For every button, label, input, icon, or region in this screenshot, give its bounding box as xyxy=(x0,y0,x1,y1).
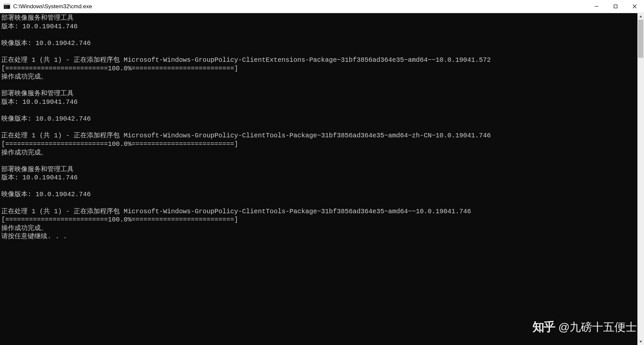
terminal-line xyxy=(1,123,636,132)
terminal-line: 映像版本: 10.0.19042.746 xyxy=(1,115,636,123)
app-icon: C:\ xyxy=(3,3,11,10)
window-title: C:\Windows\System32\cmd.exe xyxy=(13,3,587,10)
terminal-line xyxy=(1,31,636,39)
terminal-line: 部署映像服务和管理工具 xyxy=(1,89,636,98)
terminal-line: [==========================100.0%=======… xyxy=(1,216,636,224)
scrollbar-track[interactable] xyxy=(637,20,644,338)
window-controls xyxy=(587,0,644,13)
svg-marker-8 xyxy=(639,341,642,343)
terminal-line: [==========================100.0%=======… xyxy=(1,140,636,149)
terminal-line xyxy=(1,47,636,56)
terminal-line: 映像版本: 10.0.19042.746 xyxy=(1,39,636,48)
svg-marker-7 xyxy=(639,15,642,17)
terminal-line: 正在处理 1 (共 1) - 正在添加程序包 Microsoft-Windows… xyxy=(1,207,636,216)
terminal-line: 正在处理 1 (共 1) - 正在添加程序包 Microsoft-Windows… xyxy=(1,131,636,140)
terminal-line xyxy=(1,81,636,90)
terminal-line xyxy=(1,182,636,191)
scroll-down-button[interactable] xyxy=(637,338,644,345)
terminal-line: 版本: 10.0.19041.746 xyxy=(1,173,636,182)
terminal-line: 请按任意键继续. . . xyxy=(1,232,636,241)
terminal-line xyxy=(1,157,636,165)
terminal-line: 部署映像服务和管理工具 xyxy=(1,165,636,174)
terminal-line: 映像版本: 10.0.19042.746 xyxy=(1,190,636,199)
scroll-up-button[interactable] xyxy=(637,13,644,20)
terminal-line xyxy=(1,199,636,207)
terminal-line: 操作成功完成。 xyxy=(1,149,636,157)
client-area: 部署映像服务和管理工具版本: 10.0.19041.746映像版本: 10.0.… xyxy=(0,13,644,345)
svg-text:C:\: C:\ xyxy=(5,5,9,8)
terminal-line: [==========================100.0%=======… xyxy=(1,64,636,73)
scrollbar-thumb[interactable] xyxy=(638,20,643,58)
maximize-button[interactable] xyxy=(606,0,625,13)
terminal-line: 操作成功完成。 xyxy=(1,224,636,233)
vertical-scrollbar[interactable] xyxy=(637,13,644,345)
terminal-line: 操作成功完成。 xyxy=(1,73,636,81)
terminal-line: 版本: 10.0.19041.746 xyxy=(1,22,636,31)
terminal-line: 版本: 10.0.19041.746 xyxy=(1,98,636,106)
terminal-line: 部署映像服务和管理工具 xyxy=(1,14,636,22)
window-titlebar: C:\ C:\Windows\System32\cmd.exe xyxy=(0,0,644,13)
terminal-line: 正在处理 1 (共 1) - 正在添加程序包 Microsoft-Windows… xyxy=(1,56,636,64)
svg-rect-4 xyxy=(614,5,617,8)
close-button[interactable] xyxy=(625,0,644,13)
terminal-line xyxy=(1,106,636,115)
minimize-button[interactable] xyxy=(587,0,606,13)
terminal-output[interactable]: 部署映像服务和管理工具版本: 10.0.19041.746映像版本: 10.0.… xyxy=(0,13,637,345)
